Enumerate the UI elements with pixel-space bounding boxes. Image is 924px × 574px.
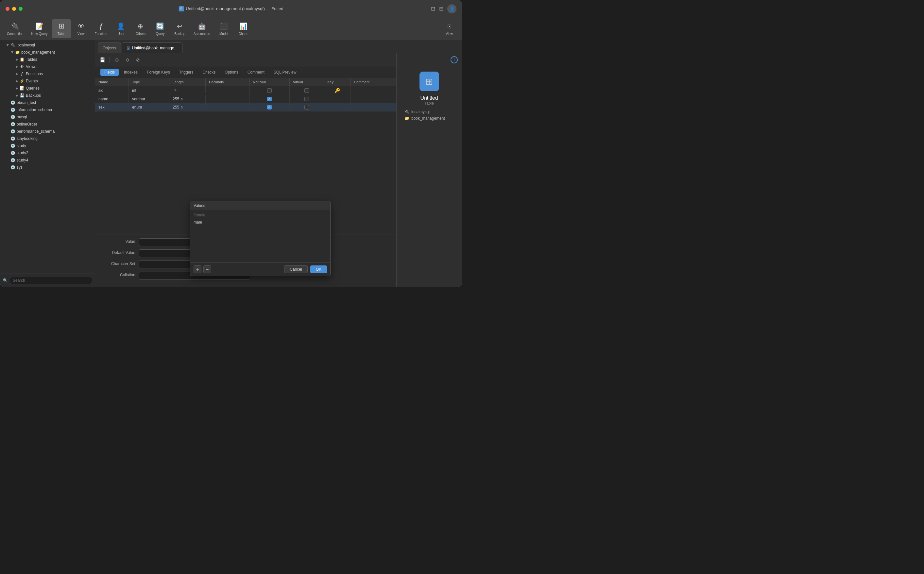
popup-row-female[interactable]: female bbox=[190, 211, 330, 219]
default-value-label: Default Value: bbox=[100, 249, 136, 255]
close-button[interactable] bbox=[6, 7, 9, 11]
cb-virtual-sid[interactable] bbox=[304, 88, 309, 93]
backup-icon: ↩ bbox=[175, 22, 184, 31]
sidebar-item-online-order[interactable]: 💿 onlineOrder bbox=[0, 121, 95, 128]
subtab-fields[interactable]: Fields bbox=[100, 69, 119, 76]
cell-virtual-sex[interactable] bbox=[289, 103, 324, 112]
sidebar-item-information-schema[interactable]: 💿 information_schema bbox=[0, 106, 95, 114]
search-input[interactable] bbox=[10, 277, 92, 284]
cb-not-null-name[interactable] bbox=[267, 97, 272, 101]
toolbar-connection[interactable]: 🔌 Connection bbox=[3, 19, 27, 38]
cb-virtual-sex[interactable] bbox=[304, 105, 309, 109]
sidebar-item-sys[interactable]: 💿 sys bbox=[0, 164, 95, 171]
tab-objects[interactable]: Objects bbox=[98, 43, 121, 53]
toolbar-others[interactable]: ⊕ Others bbox=[131, 19, 150, 38]
sidebar-item-events[interactable]: ▶ ⚡ Events bbox=[0, 77, 95, 85]
cb-not-null-sid[interactable] bbox=[267, 88, 272, 93]
toolbar-user[interactable]: 👤 User bbox=[111, 19, 131, 38]
toolbar-view-right[interactable]: ⊡ View bbox=[440, 19, 459, 38]
perf-icon: 💿 bbox=[10, 129, 15, 134]
subtab-triggers[interactable]: Triggers bbox=[175, 69, 197, 76]
sidebar-item-study4[interactable]: 💿 study4 bbox=[0, 156, 95, 164]
localmysql-icon: 🔌 bbox=[10, 43, 15, 48]
toolbar-backup[interactable]: ↩ Backup bbox=[170, 19, 190, 38]
view-label: View bbox=[77, 32, 85, 36]
subtab-comment[interactable]: Comment bbox=[244, 69, 268, 76]
cell-not-null-sid[interactable] bbox=[249, 86, 289, 95]
subtab-indexes[interactable]: Indexes bbox=[120, 69, 142, 76]
subtab-checks[interactable]: Checks bbox=[199, 69, 219, 76]
popup-row-male[interactable]: male bbox=[190, 219, 330, 226]
right-panel-content: ⊞ Untitled Table 🔌 localmysql 📁 bbox=[397, 66, 462, 126]
remove-value-button[interactable]: − bbox=[203, 265, 211, 273]
split-view-icon[interactable]: ⊟ bbox=[439, 6, 443, 12]
length-arrows-name[interactable]: ⇅ bbox=[180, 98, 183, 101]
sidebar-item-mysql[interactable]: 💿 mysql bbox=[0, 114, 95, 121]
add-value-button[interactable]: + bbox=[194, 265, 202, 273]
subtab-options[interactable]: Options bbox=[221, 69, 242, 76]
sidebar-item-ebean-test[interactable]: 💿 ebean_test bbox=[0, 99, 95, 106]
col-virtual: Virtual bbox=[289, 78, 324, 86]
cancel-button[interactable]: Cancel bbox=[284, 265, 307, 273]
sidebar-item-book-management[interactable]: ▶ 📁 book_management bbox=[0, 49, 95, 56]
subtab-sql-preview[interactable]: SQL Preview bbox=[270, 69, 301, 76]
others-label: Others bbox=[136, 32, 145, 36]
delete-button[interactable]: ⊘ bbox=[133, 55, 143, 65]
sidebar-item-backups[interactable]: ▶ 💾 Backups bbox=[0, 92, 95, 99]
tab-bar: Objects 🗄 Untitled@book_manage... bbox=[95, 40, 462, 53]
toolbar-view[interactable]: 👁 View bbox=[71, 19, 91, 38]
sidebar-item-performance-schema[interactable]: 💿 performance_schema bbox=[0, 128, 95, 135]
sidebar-item-queries[interactable]: ▶ 📝 Queries bbox=[0, 85, 95, 92]
online-icon: 💿 bbox=[10, 121, 15, 127]
info-icon: 💿 bbox=[10, 107, 15, 112]
length-arrows-sid[interactable]: ⇅ bbox=[174, 88, 177, 91]
sidebar-item-study2[interactable]: 💿 study2 bbox=[0, 149, 95, 156]
table-row[interactable]: sid int ⇅ bbox=[95, 86, 396, 95]
toolbar-table[interactable]: ⊞ Table bbox=[52, 19, 71, 38]
cb-virtual-name[interactable] bbox=[304, 97, 309, 101]
toolbar-function[interactable]: ƒ Function bbox=[91, 19, 111, 38]
table-label: Table bbox=[58, 32, 65, 36]
toolbar-new-query[interactable]: 📝 New Query bbox=[27, 19, 52, 38]
cell-decimals-sid bbox=[206, 86, 250, 95]
cell-virtual-name[interactable] bbox=[289, 95, 324, 103]
table-row[interactable]: name varchar 255 ⇅ bbox=[95, 95, 396, 103]
length-arrows-sex[interactable]: ⇅ bbox=[180, 106, 183, 109]
others-icon: ⊕ bbox=[136, 22, 145, 31]
add-field-button[interactable]: ⊕ bbox=[112, 55, 121, 65]
user-avatar[interactable]: 👤 bbox=[447, 4, 456, 13]
col-length: Length bbox=[169, 78, 206, 86]
cell-not-null-name[interactable] bbox=[249, 95, 289, 103]
save-button[interactable]: 💾 bbox=[98, 55, 107, 65]
toolbar-query[interactable]: 🔄 Query bbox=[150, 19, 170, 38]
info-button[interactable]: i bbox=[451, 56, 458, 63]
cb-not-null-sex[interactable] bbox=[267, 105, 272, 109]
toolbar-model[interactable]: ⬛ Model bbox=[214, 19, 234, 38]
book-management-icon: 📁 bbox=[15, 50, 20, 55]
toolbar-automation[interactable]: 🤖 Automation bbox=[190, 19, 214, 38]
sidebar-item-staybooking[interactable]: 💿 staybooking bbox=[0, 135, 95, 142]
subtab-foreign-keys[interactable]: Foreign Keys bbox=[143, 69, 174, 76]
cell-virtual-sid[interactable] bbox=[289, 86, 324, 95]
cell-name-sid: sid bbox=[95, 86, 129, 95]
tab-untitled[interactable]: 🗄 Untitled@book_manage... bbox=[121, 43, 183, 53]
minimize-button[interactable] bbox=[12, 7, 16, 11]
back-button[interactable]: ⊖ bbox=[123, 55, 132, 65]
sidebar-item-views[interactable]: ▶ 👁 Views bbox=[0, 63, 95, 70]
search-icon: 🔍 bbox=[3, 278, 8, 283]
sidebar-item-study[interactable]: 💿 study bbox=[0, 142, 95, 149]
ok-button[interactable]: OK bbox=[310, 265, 327, 273]
table-row[interactable]: sex enum 255 ⇅ bbox=[95, 103, 396, 112]
view-right-label: View bbox=[446, 32, 453, 36]
sidebar-item-functions[interactable]: ▶ ƒ Functions bbox=[0, 70, 95, 77]
col-not-null: Not Null bbox=[249, 78, 289, 86]
toolbar-charts[interactable]: 📊 Charts bbox=[234, 19, 253, 38]
cell-not-null-sex[interactable] bbox=[249, 103, 289, 112]
backups-icon: 💾 bbox=[19, 93, 25, 98]
sidebar-item-localmysql[interactable]: ▶ 🔌 localmysql bbox=[0, 41, 95, 49]
sidebar-item-tables[interactable]: ▶ 📋 Tables bbox=[0, 56, 95, 63]
tab-db-icon: 🗄 bbox=[126, 46, 130, 50]
events-icon: ⚡ bbox=[19, 79, 25, 84]
view-toggle-icon[interactable]: ⊡ bbox=[431, 6, 435, 12]
maximize-button[interactable] bbox=[19, 7, 22, 11]
